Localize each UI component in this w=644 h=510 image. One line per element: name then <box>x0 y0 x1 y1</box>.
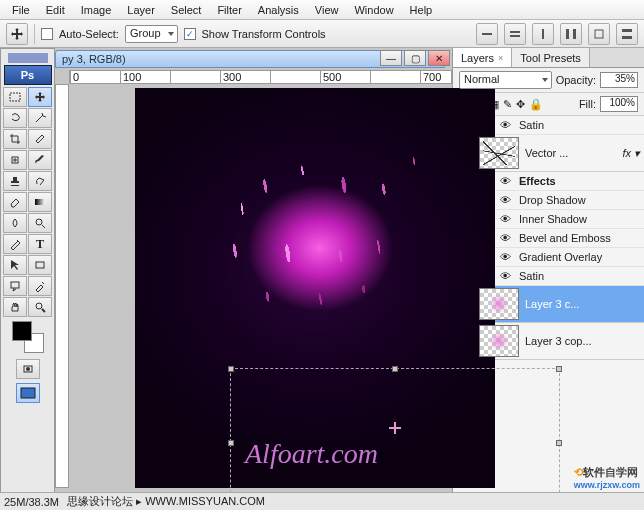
transform-handle[interactable] <box>228 366 234 372</box>
fill-field[interactable]: 100% <box>600 96 638 112</box>
layer-row[interactable]: Layer 3 cop... <box>453 323 644 360</box>
tab-layers[interactable]: Layers× <box>453 48 512 67</box>
slice-tool[interactable] <box>28 129 52 149</box>
dodge-tool[interactable] <box>28 213 52 233</box>
transform-handle[interactable] <box>556 440 562 446</box>
visibility-icon[interactable]: 👁 <box>497 118 513 132</box>
auto-select-checkbox[interactable] <box>41 28 53 40</box>
history-brush-tool[interactable] <box>28 171 52 191</box>
close-icon[interactable]: × <box>498 53 503 63</box>
menu-select[interactable]: Select <box>163 2 210 18</box>
artwork-text: Alfoart.com <box>245 440 378 468</box>
screenmode-toggle[interactable] <box>16 383 40 403</box>
window-controls: — ▢ ✕ <box>380 50 450 66</box>
show-transform-checkbox[interactable]: ✓ <box>184 28 196 40</box>
show-transform-label: Show Transform Controls <box>202 28 326 40</box>
gradient-tool[interactable] <box>28 192 52 212</box>
ruler-horizontal[interactable]: 0100300500700 <box>69 70 452 84</box>
move-tool[interactable] <box>28 87 52 107</box>
svg-rect-5 <box>573 29 576 39</box>
move-tool-icon[interactable] <box>6 23 28 45</box>
align-icon[interactable] <box>504 23 526 45</box>
menu-layer[interactable]: Layer <box>119 2 163 18</box>
maximize-button[interactable]: ▢ <box>404 50 426 66</box>
layer-row-selected[interactable]: 👁 Layer 3 c... <box>453 286 644 323</box>
menu-analysis[interactable]: Analysis <box>250 2 307 18</box>
layer-row-vector[interactable]: 👁 Vector ... fx ▾ <box>453 135 644 172</box>
menu-help[interactable]: Help <box>402 2 441 18</box>
lock-position-icon[interactable]: ✥ <box>516 98 525 111</box>
visibility-icon[interactable]: 👁 <box>497 269 513 283</box>
toolbox-handle[interactable] <box>8 53 48 63</box>
foreground-color[interactable] <box>12 321 32 341</box>
stamp-tool[interactable] <box>3 171 27 191</box>
layer-name[interactable]: Layer 3 cop... <box>525 335 592 347</box>
menu-image[interactable]: Image <box>73 2 120 18</box>
layer-thumbnail[interactable] <box>479 325 519 357</box>
ruler-vertical[interactable] <box>55 84 69 488</box>
align-icon[interactable] <box>532 23 554 45</box>
auto-select-mode-dropdown[interactable]: Group <box>125 25 178 43</box>
tab-tool-presets[interactable]: Tool Presets <box>512 48 590 67</box>
fx-badge[interactable]: fx ▾ <box>622 147 640 160</box>
healing-tool[interactable] <box>3 150 27 170</box>
tool-grid: T <box>3 87 52 317</box>
menu-file[interactable]: File <box>4 2 38 18</box>
opacity-field[interactable]: 35% <box>600 72 638 88</box>
svg-point-17 <box>26 367 30 371</box>
brush-tool[interactable] <box>28 150 52 170</box>
visibility-icon[interactable]: 👁 <box>497 212 513 226</box>
menu-view[interactable]: View <box>307 2 347 18</box>
svg-rect-13 <box>36 262 44 268</box>
notes-tool[interactable] <box>3 276 27 296</box>
status-bar: 25M/38.3M 思缘设计论坛 ▸ WWW.MISSYUAN.COM <box>0 492 644 510</box>
zoom-level[interactable]: 25M/38.3M <box>4 496 59 508</box>
layer-thumbnail[interactable] <box>479 137 519 169</box>
status-info: 思缘设计论坛 ▸ WWW.MISSYUAN.COM <box>67 494 265 509</box>
type-tool[interactable]: T <box>28 234 52 254</box>
layer-thumbnail[interactable] <box>479 288 519 320</box>
transform-handle[interactable] <box>392 366 398 372</box>
transform-handle[interactable] <box>228 440 234 446</box>
layer-name[interactable]: Vector ... <box>525 147 568 159</box>
svg-rect-18 <box>21 388 35 398</box>
lasso-tool[interactable] <box>3 108 27 128</box>
watermark: ⟲软件自学网www.rjzxw.com <box>574 463 640 490</box>
ps-logo: Ps <box>4 65 52 85</box>
pen-tool[interactable] <box>3 234 27 254</box>
eyedropper-tool[interactable] <box>28 276 52 296</box>
visibility-icon[interactable]: 👁 <box>497 193 513 207</box>
distribute-icon[interactable] <box>588 23 610 45</box>
lock-pixels-icon[interactable]: ✎ <box>503 98 512 111</box>
menu-filter[interactable]: Filter <box>209 2 249 18</box>
close-button[interactable]: ✕ <box>428 50 450 66</box>
eraser-tool[interactable] <box>3 192 27 212</box>
panel-tabs: Layers× Tool Presets <box>453 48 644 68</box>
transform-handle[interactable] <box>556 366 562 372</box>
menu-edit[interactable]: Edit <box>38 2 73 18</box>
transform-center[interactable] <box>389 422 401 434</box>
crop-tool[interactable] <box>3 129 27 149</box>
align-icon[interactable] <box>476 23 498 45</box>
layer-name[interactable]: Layer 3 c... <box>525 298 579 310</box>
zoom-tool[interactable] <box>28 297 52 317</box>
color-swatches[interactable] <box>8 321 48 353</box>
quickmask-toggle[interactable] <box>16 359 40 379</box>
distribute-icon[interactable] <box>560 23 582 45</box>
wand-tool[interactable] <box>28 108 52 128</box>
svg-rect-6 <box>595 30 603 38</box>
blur-tool[interactable] <box>3 213 27 233</box>
visibility-icon[interactable]: 👁 <box>497 231 513 245</box>
minimize-button[interactable]: — <box>380 50 402 66</box>
shape-tool[interactable] <box>28 255 52 275</box>
menu-window[interactable]: Window <box>346 2 401 18</box>
visibility-icon[interactable]: 👁 <box>497 250 513 264</box>
marquee-tool[interactable] <box>3 87 27 107</box>
path-select-tool[interactable] <box>3 255 27 275</box>
distribute-icon[interactable] <box>616 23 638 45</box>
blend-mode-dropdown[interactable]: Normal <box>459 71 552 89</box>
hand-tool[interactable] <box>3 297 27 317</box>
lock-all-icon[interactable]: 🔒 <box>529 98 543 111</box>
canvas[interactable]: Alfoart.com <box>135 88 495 488</box>
visibility-icon[interactable]: 👁 <box>497 174 513 188</box>
